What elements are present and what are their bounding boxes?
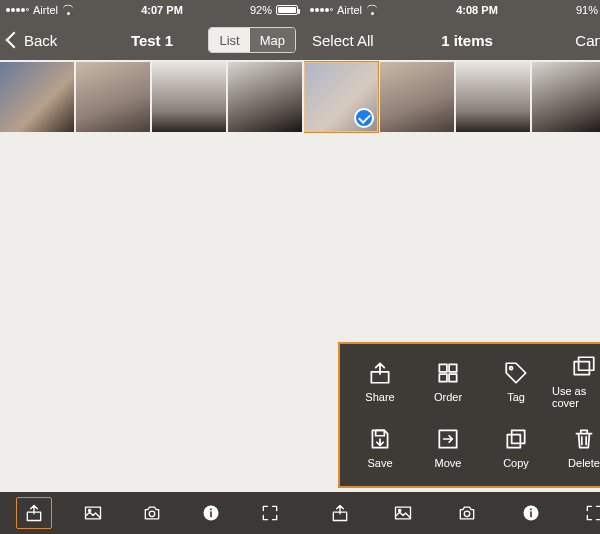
expand-icon	[584, 503, 600, 523]
copy-icon	[503, 426, 529, 452]
svg-point-3	[149, 511, 155, 516]
svg-rect-24	[530, 511, 532, 517]
content-area: Share Order Tag Use as cover Save	[304, 134, 600, 492]
popup-share-button[interactable]: Share	[348, 352, 412, 410]
svg-point-22	[464, 511, 470, 516]
svg-rect-1	[85, 507, 100, 519]
share-tool-button[interactable]	[16, 497, 52, 529]
info-tool-button[interactable]	[193, 497, 229, 529]
bottom-toolbar	[304, 492, 600, 534]
status-time: 4:08 PM	[456, 4, 498, 16]
svg-rect-5	[210, 511, 212, 517]
wifi-icon	[62, 5, 74, 15]
popup-label: Copy	[503, 457, 529, 469]
left-pane: Airtel 4:07 PM 92% Back Test 1 List Map	[0, 0, 304, 534]
share-icon	[367, 360, 393, 386]
svg-rect-9	[449, 364, 457, 372]
expand-icon	[260, 503, 280, 523]
svg-point-12	[510, 366, 513, 369]
content-area	[0, 134, 304, 492]
popup-label: Save	[367, 457, 392, 469]
cancel-button[interactable]: Cancel	[575, 32, 600, 49]
image-icon	[393, 503, 413, 523]
share-icon	[24, 503, 44, 523]
thumbnail[interactable]	[532, 62, 600, 132]
share-tool-button[interactable]	[322, 497, 358, 529]
popup-copy-button[interactable]: Copy	[484, 418, 548, 476]
svg-rect-25	[530, 508, 532, 510]
thumbnail[interactable]	[76, 62, 150, 132]
battery-pct: 91%	[576, 4, 598, 16]
nav-bar: Back Test 1 List Map	[0, 20, 304, 60]
svg-rect-18	[512, 430, 525, 443]
wifi-icon	[366, 5, 378, 15]
back-label: Back	[24, 32, 57, 49]
thumbnail-strip[interactable]	[0, 60, 304, 134]
camera-tool-button[interactable]	[449, 497, 485, 529]
gallery-tool-button[interactable]	[385, 497, 421, 529]
carrier-label: Airtel	[33, 4, 58, 16]
seg-map-button[interactable]: Map	[250, 28, 295, 52]
thumbnail[interactable]	[228, 62, 302, 132]
popup-delete-button[interactable]: Delete	[552, 418, 600, 476]
share-icon	[330, 503, 350, 523]
popup-label: Use as cover	[552, 385, 600, 409]
info-tool-button[interactable]	[513, 497, 549, 529]
info-icon	[521, 503, 541, 523]
camera-tool-button[interactable]	[134, 497, 170, 529]
tag-icon	[503, 360, 529, 386]
popup-cover-button[interactable]: Use as cover	[552, 352, 600, 410]
svg-rect-15	[376, 430, 385, 435]
signal-dots-icon	[310, 8, 333, 12]
popup-label: Order	[434, 391, 462, 403]
back-button[interactable]: Back	[8, 32, 68, 49]
svg-rect-10	[439, 374, 447, 382]
nav-bar: Select All 1 items Cancel	[304, 20, 600, 60]
svg-rect-20	[396, 507, 411, 519]
thumbnail[interactable]	[456, 62, 530, 132]
image-icon	[83, 503, 103, 523]
thumbnail[interactable]	[380, 62, 454, 132]
thumbnail-selected[interactable]	[304, 62, 378, 132]
svg-point-2	[88, 509, 90, 511]
thumbnail-strip[interactable]	[304, 60, 600, 134]
battery-icon	[276, 5, 298, 15]
svg-rect-13	[574, 361, 589, 374]
camera-icon	[457, 503, 477, 523]
status-bar: Airtel 4:07 PM 92%	[0, 0, 304, 20]
popup-move-button[interactable]: Move	[416, 418, 480, 476]
seg-list-button[interactable]: List	[209, 28, 249, 52]
popup-label: Share	[365, 391, 394, 403]
action-popup: Share Order Tag Use as cover Save	[338, 342, 600, 488]
popup-order-button[interactable]: Order	[416, 352, 480, 410]
popup-label: Delete	[568, 457, 600, 469]
svg-rect-11	[449, 374, 457, 382]
svg-rect-17	[507, 434, 520, 447]
bottom-toolbar	[0, 492, 304, 534]
trash-icon	[571, 426, 597, 452]
svg-rect-8	[439, 364, 447, 372]
save-icon	[367, 426, 393, 452]
select-all-button[interactable]: Select All	[312, 32, 374, 49]
popup-label: Tag	[507, 391, 525, 403]
popup-tag-button[interactable]: Tag	[484, 352, 548, 410]
svg-rect-14	[579, 357, 594, 370]
expand-tool-button[interactable]	[576, 497, 600, 529]
gallery-tool-button[interactable]	[75, 497, 111, 529]
thumbnail[interactable]	[0, 62, 74, 132]
chevron-left-icon	[6, 32, 23, 49]
move-icon	[435, 426, 461, 452]
view-toggle: List Map	[208, 27, 296, 53]
expand-tool-button[interactable]	[252, 497, 288, 529]
svg-rect-6	[210, 508, 212, 510]
page-title: Test 1	[131, 32, 173, 49]
grid-icon	[435, 360, 461, 386]
images-stack-icon	[571, 354, 597, 380]
right-pane: Airtel 4:08 PM 91% Select All 1 items Ca…	[304, 0, 600, 534]
info-icon	[201, 503, 221, 523]
popup-label: Move	[435, 457, 462, 469]
thumbnail[interactable]	[152, 62, 226, 132]
popup-save-button[interactable]: Save	[348, 418, 412, 476]
checkmark-icon	[354, 108, 374, 128]
carrier-label: Airtel	[337, 4, 362, 16]
